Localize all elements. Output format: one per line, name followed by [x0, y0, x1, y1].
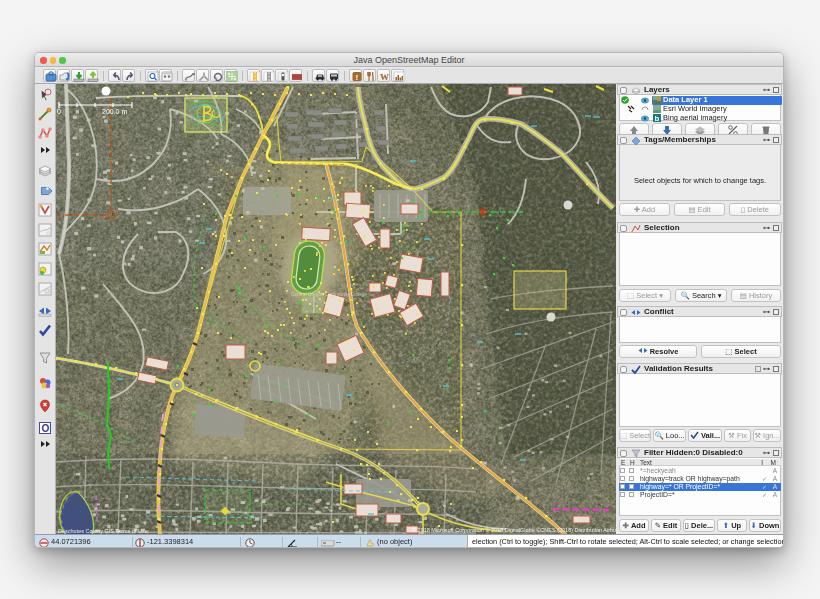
svg-text:200.0 m: 200.0 m: [102, 108, 127, 115]
svg-text:0: 0: [57, 108, 61, 115]
svg-text:W: W: [380, 72, 389, 82]
svg-text:O: O: [42, 423, 50, 434]
svg-text:Central Oregon Community Colle: Central Oregon Community College: [291, 292, 367, 297]
svg-text:b: b: [655, 114, 660, 122]
svg-text:!: !: [356, 73, 359, 82]
svg-text:© 2018 Microsoft Corporation ©: © 2018 Microsoft Corporation © 2018 Digi…: [412, 527, 616, 533]
